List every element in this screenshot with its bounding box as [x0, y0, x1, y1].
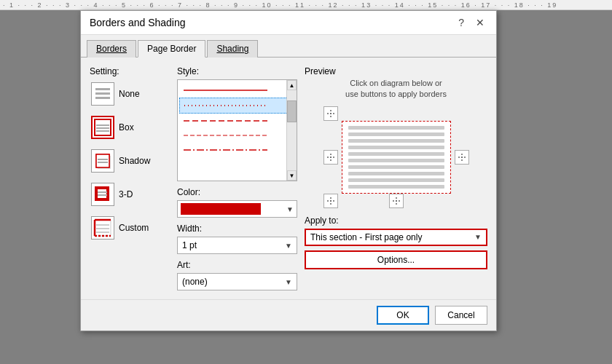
preview-area	[323, 106, 469, 208]
color-label: Color:	[177, 187, 297, 197]
setting-custom-label: Custom	[119, 223, 149, 233]
dialog-titlebar: Borders and Shading ? ✕	[81, 11, 496, 35]
setting-box-label: Box	[119, 122, 134, 132]
tab-shading[interactable]: Shading	[207, 40, 258, 58]
setting-3d[interactable]: 3-D	[90, 181, 170, 207]
page-content-lines	[342, 122, 450, 194]
setting-custom-icon	[91, 216, 114, 240]
tab-bar: Borders Page Border Shading	[81, 35, 496, 58]
dialog-title: Borders and Shading	[90, 17, 186, 28]
page-line	[348, 159, 444, 162]
apply-to-value: This section - First page only	[310, 232, 422, 242]
preview-border-btn-top-left[interactable]	[323, 106, 338, 121]
svg-rect-11	[98, 162, 108, 163]
preview-border-btn-left[interactable]	[323, 150, 338, 165]
width-dropdown[interactable]: 1 pt ▼	[177, 237, 297, 254]
ruler-marks: · 1 · · · 2 · · · 3 · · · 4 · · · 5 · · …	[3, 1, 557, 9]
art-dropdown[interactable]: (none) ▼	[177, 273, 297, 290]
svg-rect-16	[106, 187, 109, 200]
tab-page-border[interactable]: Page Border	[138, 40, 205, 58]
cancel-button[interactable]: Cancel	[435, 306, 487, 325]
preview-border-btn-right[interactable]	[455, 150, 469, 165]
art-value: (none)	[182, 277, 208, 287]
preview-border-btn-bottom[interactable]	[389, 194, 404, 208]
borders-shading-dialog: Borders and Shading ? ✕ Borders Page Bor…	[80, 10, 497, 331]
svg-rect-0	[95, 88, 110, 90]
apply-to-dropdown-arrow: ▼	[474, 233, 482, 241]
setting-label: Setting:	[90, 66, 170, 76]
art-label: Art:	[177, 260, 297, 270]
ok-button[interactable]: OK	[377, 306, 429, 325]
ruler: · 1 · · · 2 · · · 3 · · · 4 · · · 5 · · …	[0, 0, 612, 10]
style-dashed-med[interactable]	[179, 114, 295, 128]
preview-border-btn-bottom-left[interactable]	[323, 194, 338, 208]
color-dropdown-arrow: ▼	[286, 205, 294, 213]
svg-rect-1	[95, 92, 110, 95]
style-listbox[interactable]: ▲ ▼	[177, 79, 297, 181]
scroll-up-arrow[interactable]: ▲	[287, 80, 297, 90]
titlebar-controls: ? ✕	[455, 17, 487, 28]
setting-panel: Setting: None Box	[90, 66, 170, 290]
page-line	[348, 146, 444, 149]
svg-rect-23	[96, 224, 109, 226]
close-button[interactable]: ✕	[473, 17, 487, 28]
width-dropdown-arrow: ▼	[285, 242, 292, 250]
svg-rect-2	[95, 97, 110, 99]
svg-rect-4	[96, 124, 109, 126]
color-row: Color: ▼	[177, 187, 297, 218]
page-line	[348, 132, 444, 136]
setting-shadow-icon	[91, 149, 114, 173]
style-panel: Style:	[177, 66, 297, 290]
style-dotted[interactable]	[179, 98, 295, 114]
svg-rect-6	[96, 130, 109, 132]
art-row: Art: (none) ▼	[177, 260, 297, 290]
svg-rect-9	[96, 154, 109, 167]
tab-borders[interactable]: Borders	[87, 40, 136, 58]
dialog-body: Setting: None Box	[81, 58, 496, 299]
options-button[interactable]: Options...	[305, 250, 487, 269]
setting-3d-label: 3-D	[119, 189, 133, 199]
preview-label: Preview	[305, 66, 487, 76]
scroll-down-arrow[interactable]: ▼	[287, 170, 297, 181]
width-value: 1 pt	[182, 240, 197, 250]
style-solid[interactable]	[179, 83, 295, 98]
apply-to-label: Apply to:	[305, 215, 487, 226]
page-line	[348, 165, 444, 169]
style-scrollbar[interactable]: ▲ ▼	[286, 80, 297, 181]
setting-custom[interactable]: Custom	[90, 215, 170, 241]
page-line	[348, 139, 444, 143]
scrollbar-thumb[interactable]	[287, 100, 297, 122]
svg-rect-25	[96, 232, 109, 233]
preview-panel: Preview Click on diagram below or use bu…	[305, 66, 487, 290]
svg-rect-18	[98, 194, 107, 196]
setting-3d-icon	[91, 183, 114, 206]
width-label: Width:	[177, 223, 297, 234]
style-label: Style:	[177, 66, 297, 76]
page-preview	[342, 121, 451, 194]
setting-shadow-label: Shadow	[119, 156, 150, 166]
svg-rect-17	[98, 191, 107, 193]
width-row: Width: 1 pt ▼	[177, 223, 297, 254]
dialog-footer: OK Cancel	[81, 299, 496, 331]
page-line	[348, 185, 444, 189]
page-line	[348, 172, 444, 175]
svg-rect-5	[96, 127, 109, 129]
color-swatch	[181, 203, 261, 215]
color-dropdown[interactable]: ▼	[177, 200, 297, 218]
apply-to-dropdown[interactable]: This section - First page only ▼	[305, 229, 487, 246]
setting-none[interactable]: None	[90, 81, 170, 107]
apply-to-section: Apply to: This section - First page only…	[305, 215, 487, 269]
svg-rect-24	[96, 228, 109, 229]
style-dash-dot[interactable]	[179, 143, 295, 157]
setting-shadow[interactable]: Shadow	[90, 148, 170, 174]
svg-rect-15	[95, 187, 98, 200]
page-line	[348, 178, 444, 182]
help-button[interactable]: ?	[455, 17, 467, 28]
setting-box[interactable]: Box	[90, 114, 170, 141]
page-line	[348, 126, 444, 130]
style-dashed-thin[interactable]	[179, 128, 295, 143]
setting-box-icon	[91, 116, 114, 139]
svg-rect-10	[98, 159, 108, 160]
page-line	[348, 152, 444, 156]
setting-none-label: None	[119, 89, 140, 99]
